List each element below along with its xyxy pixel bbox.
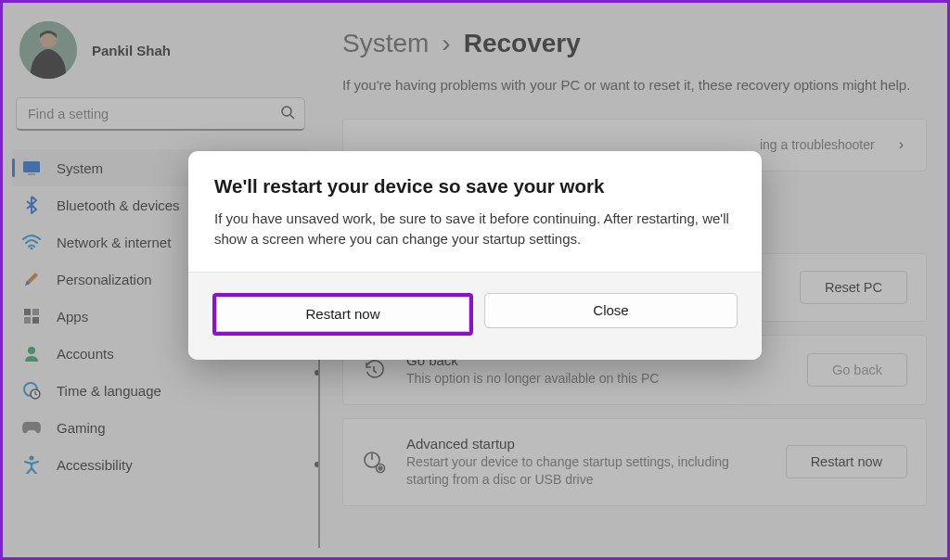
dialog-title: We'll restart your device so save your w… xyxy=(214,175,736,197)
dialog-close-button[interactable]: Close xyxy=(484,293,738,328)
dialog-restart-now-button[interactable]: Restart now xyxy=(216,297,469,332)
modal-overlay: We'll restart your device so save your w… xyxy=(3,3,947,557)
highlight-annotation: Restart now xyxy=(212,293,473,336)
restart-dialog: We'll restart your device so save your w… xyxy=(188,151,762,360)
dialog-actions: Restart now Close xyxy=(188,272,762,360)
dialog-text: If you have unsaved work, be sure to sav… xyxy=(214,209,736,249)
